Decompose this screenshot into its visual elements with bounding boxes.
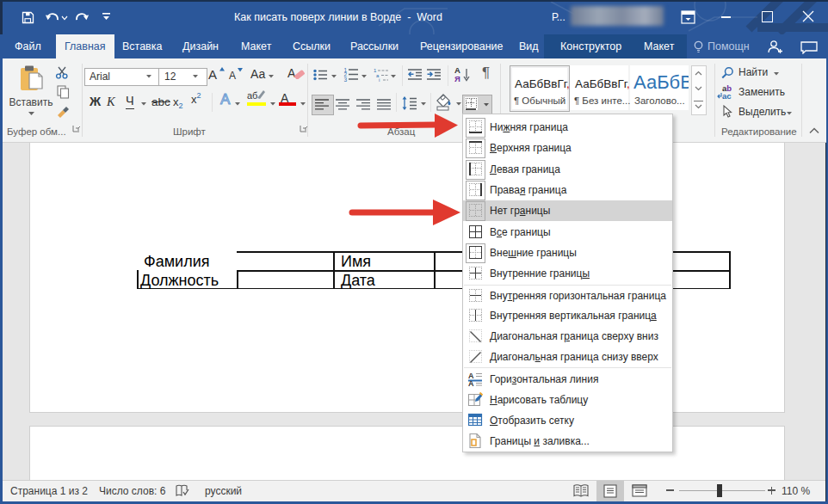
svg-text:3: 3 (344, 77, 348, 83)
svg-text:i: i (379, 77, 380, 82)
svg-text:A: A (468, 379, 474, 387)
